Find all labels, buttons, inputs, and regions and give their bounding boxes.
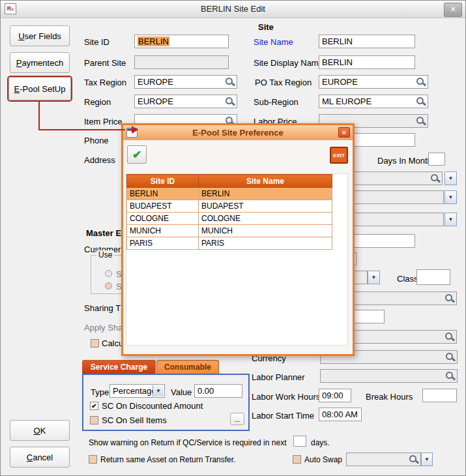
site-display-name-field[interactable] [319, 55, 415, 69]
return-same-asset-label: Return same Asset on Return Transfer. [100, 455, 235, 464]
site-row-berlin[interactable]: BERLIN BERLIN [127, 188, 332, 200]
combo-field-1-dropdown-icon[interactable]: ▼ [444, 190, 457, 204]
po-tax-region-field[interactable]: EUROPE [319, 75, 428, 89]
po-tax-region-label: PO Tax Region [255, 78, 312, 87]
sc-sell-items-label: SC On Sell Items [102, 415, 167, 425]
site-row-munich[interactable]: MUNICH MUNICH [127, 225, 332, 237]
auto-swap-checkbox[interactable] [293, 455, 301, 464]
days-in-month-field[interactable] [428, 153, 445, 166]
sc-value-label: Value [171, 387, 192, 397]
sc-discounted-label: SC On Discounted Amount [102, 401, 203, 411]
window-close-button[interactable]: ✕ [444, 3, 462, 17]
sc-sell-items-more-button[interactable]: ... [230, 413, 244, 425]
site-name-cell: COLOGNE [199, 213, 332, 225]
region-lookup-icon[interactable] [225, 97, 235, 106]
parent-site-field [134, 55, 229, 69]
sc-type-dropdown-icon[interactable]: ▼ [153, 385, 164, 396]
epool-connector-dash [121, 129, 132, 130]
class-field[interactable] [416, 269, 450, 285]
sub-region-field[interactable]: ML EUROPE [319, 95, 428, 108]
tab-service-charge[interactable]: Service Charge [82, 360, 156, 374]
warning-days-field[interactable] [293, 436, 306, 447]
sub-region-lookup-icon[interactable] [416, 97, 426, 106]
tax-region-field[interactable]: EUROPE [134, 75, 237, 89]
labor-price-lookup-icon[interactable] [416, 116, 426, 126]
item-price-label: Item Price [84, 117, 123, 126]
warning-text: Show warning on Return if QC/Service is … [89, 438, 286, 447]
window-titlebar: R₂ BERLIN Site Edit ✕ [1, 1, 465, 18]
cancel-button[interactable]: Cancel [10, 447, 70, 468]
site-id-field[interactable]: BERLIN [134, 35, 229, 48]
window-title: BERLIN Site Edit [1, 1, 465, 18]
share-radio-1[interactable] [105, 270, 112, 277]
labor-start-time-label: Labor Start Time [252, 411, 314, 421]
epool-connector-arrowhead-icon [132, 126, 138, 134]
sub-region-value: ML EUROPE [322, 97, 371, 106]
labor-start-time-field[interactable] [319, 408, 362, 421]
epool-setup-button[interactable]: E-Pool SetUp [8, 77, 71, 100]
po-tax-region-lookup-icon[interactable] [416, 77, 426, 87]
share-radio-2[interactable] [105, 282, 112, 290]
site-row-paris[interactable]: PARIS PARIS [127, 237, 332, 250]
unlabeled-field-4[interactable] [351, 310, 385, 323]
site-id-cell: BUDAPEST [127, 200, 199, 213]
lookup-field-1-dropdown-icon[interactable]: ▼ [444, 171, 457, 185]
site-id-value: BERLIN [138, 37, 169, 46]
sc-type-value: Percentage [113, 386, 156, 396]
phone-label: Phone [84, 136, 109, 145]
labor-work-hours-field[interactable] [319, 389, 351, 402]
auto-swap-dropdown-icon[interactable]: ▼ [421, 453, 433, 466]
user-fields-button[interactable]: User Fields [10, 25, 70, 46]
currency-lookup-icon[interactable] [445, 352, 455, 362]
tax-region-label: Tax Region [84, 78, 126, 87]
sc-sell-items-checkbox[interactable] [90, 416, 98, 424]
warning-days-suffix: days. [311, 438, 330, 447]
lookup-field-2-icon[interactable] [444, 293, 454, 303]
use-groupbox-label: Use [96, 250, 114, 260]
sharing-label: Sharing T [84, 303, 121, 313]
sub-region-label: Sub-Region [254, 97, 299, 107]
site-id-cell: PARIS [127, 237, 199, 250]
site-id-cell: MUNICH [127, 225, 199, 237]
paymentech-button[interactable]: Paymentech [10, 52, 70, 73]
calculate-checkbox[interactable] [91, 339, 99, 348]
address-label: Address [84, 155, 115, 165]
tax-region-value: EUROPE [138, 77, 173, 87]
combo-field-3-dropdown-icon[interactable]: ▼ [368, 271, 380, 284]
epool-close-button[interactable]: ✕ [338, 127, 350, 138]
days-in-month-label: Days In Month [377, 156, 432, 166]
break-hours-label: Break Hours [366, 392, 413, 402]
lookup-field-3-icon[interactable] [444, 332, 454, 342]
ok-button[interactable]: OK [10, 420, 70, 441]
epool-site-list-viewport: Site ID Site Name BERLIN BERLIN BUDAPEST… [126, 173, 348, 346]
epool-dialog-titlebar: E-Pool Site Preference ✕ [123, 125, 353, 140]
epool-exit-button[interactable]: EXIT [330, 147, 348, 164]
site-name-cell: BERLIN [199, 188, 332, 200]
region-label: Region [84, 97, 111, 107]
sc-type-combo[interactable]: Percentage ▼ [109, 384, 165, 398]
site-name-cell: BUDAPEST [199, 200, 332, 213]
tax-region-lookup-icon[interactable] [225, 77, 235, 87]
region-value: EUROPE [138, 97, 173, 106]
site-name-field[interactable] [319, 35, 415, 48]
break-hours-field[interactable] [422, 389, 457, 402]
site-id-cell: COLOGNE [127, 213, 199, 225]
site-display-name-label: Site Display Name [254, 58, 323, 68]
combo-field-2-dropdown-icon[interactable]: ▼ [444, 213, 457, 226]
region-field[interactable]: EUROPE [134, 95, 237, 108]
site-section-header: Site [258, 22, 274, 32]
auto-swap-lookup-icon[interactable] [409, 454, 418, 464]
labor-planner-lookup-icon[interactable] [445, 371, 455, 381]
site-name-label: Site Name [254, 37, 293, 47]
site-row-cologne[interactable]: COLOGNE COLOGNE [127, 213, 332, 225]
epool-accept-button[interactable]: ✔ [127, 145, 147, 164]
sc-value-field[interactable] [194, 384, 242, 398]
tab-consumable[interactable]: Consumable [156, 360, 219, 374]
labor-planner-field [320, 369, 458, 383]
return-same-asset-checkbox[interactable] [89, 455, 97, 464]
site-id-column-header: Site ID [127, 175, 199, 188]
epool-connector-horizontal-line [38, 129, 121, 130]
lookup-field-1-icon[interactable] [430, 173, 440, 183]
sc-discounted-checkbox[interactable]: ✔ [90, 402, 98, 410]
site-row-budapest[interactable]: BUDAPEST BUDAPEST [127, 200, 332, 213]
